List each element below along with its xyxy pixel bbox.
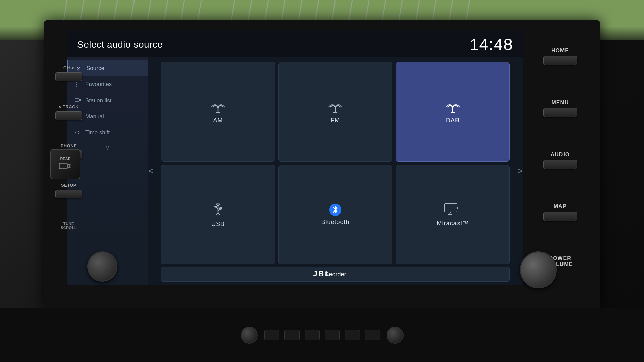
home-button-label: HOME [551, 48, 569, 54]
svg-line-49 [449, 212, 451, 215]
tune-scroll-label: TUNESCROLL [61, 222, 77, 230]
miracast-icon [444, 202, 462, 217]
source-tile-usb[interactable]: USB [161, 165, 275, 264]
svg-point-33 [217, 106, 219, 108]
menu-button-group: MENU [543, 100, 577, 117]
bottom-btn-5[interactable] [345, 330, 360, 340]
left-controls: CH > < TRACK PHONE SETUP TUNESCROLL [50, 54, 87, 241]
setup-button-label: SETUP [61, 183, 76, 188]
track-button-label: < TRACK [59, 104, 79, 109]
home-button-group: HOME [543, 48, 577, 65]
svg-rect-53 [59, 163, 67, 169]
bottom-btn-4[interactable] [325, 330, 340, 340]
ch-button-label: CH > [63, 65, 74, 70]
bluetooth-icon [329, 204, 341, 216]
source-tile-fm[interactable]: FM [278, 62, 392, 162]
svg-point-36 [335, 106, 336, 108]
unit-bezel: Select audio source 14:48 ⊙ Source ⋮⋮ Fa… [44, 20, 600, 308]
bottom-btn-6[interactable] [365, 330, 380, 340]
screen-title: Select audio source [77, 39, 163, 50]
menu-button[interactable] [543, 108, 577, 117]
track-button-group: < TRACK [55, 104, 82, 120]
source-grid: AM [153, 62, 518, 264]
dab-label: DAB [446, 117, 460, 124]
svg-rect-48 [445, 204, 457, 212]
clock-display: 14:48 [470, 35, 513, 54]
svg-line-47 [218, 213, 220, 215]
audio-button-label: AUDIO [551, 152, 570, 158]
usb-icon [211, 202, 225, 218]
svg-line-46 [216, 213, 218, 215]
am-label: AM [213, 117, 223, 124]
sidebar-manual-label: Manual [85, 113, 104, 120]
bluetooth-label: Bluetooth [321, 219, 350, 226]
track-back-button[interactable] [55, 111, 82, 120]
dab-radio-icon [444, 100, 461, 114]
header-bar: Select audio source 14:48 [67, 30, 523, 57]
bottom-knob-2[interactable] [387, 327, 404, 344]
source-tile-dab[interactable]: DAB [396, 62, 510, 162]
sidebar-source-label: Source [86, 65, 104, 72]
fm-radio-icon [327, 100, 344, 114]
usb-label: USB [211, 221, 225, 228]
rear-button-label: REAR [60, 157, 70, 161]
sidebar-favourites-label: Favourites [85, 81, 112, 88]
reorder-bar: Reorder [153, 267, 518, 282]
side-buttons-panel: HOME MENU AUDIO MAP POWERVOLUME [527, 30, 594, 285]
volume-knob[interactable] [520, 251, 557, 288]
bottom-btn-2[interactable] [284, 330, 300, 340]
source-tile-bluetooth[interactable]: Bluetooth [278, 165, 392, 264]
grid-nav-left[interactable]: < [148, 166, 154, 176]
ch-button-group: CH > [55, 65, 82, 81]
setup-button[interactable] [55, 190, 82, 198]
bottom-btn-1[interactable] [264, 330, 279, 340]
svg-rect-51 [458, 207, 461, 209]
map-button-group: MAP [543, 203, 577, 221]
map-button[interactable] [543, 212, 577, 221]
menu-button-label: MENU [551, 100, 569, 106]
audio-button-group: AUDIO [543, 152, 577, 169]
phone-button-label: PHONE [61, 143, 77, 148]
bottom-controls-strip [0, 308, 644, 362]
sidebar-time-shift-label: Time shift [85, 129, 110, 136]
jbl-brand: JBL [313, 269, 331, 278]
ch-forward-button[interactable] [55, 72, 82, 81]
grid-nav-right[interactable]: > [517, 166, 523, 176]
rear-button[interactable]: REAR [50, 149, 80, 179]
am-radio-icon [210, 100, 226, 114]
grid-area: < > [148, 57, 523, 285]
map-button-label: MAP [554, 203, 567, 209]
sidebar-station-list-label: Station list [85, 97, 111, 104]
bottom-btn-3[interactable] [305, 330, 320, 340]
bottom-knob-1[interactable] [241, 327, 258, 344]
reorder-button[interactable]: Reorder [161, 267, 510, 282]
svg-point-39 [452, 106, 454, 108]
tune-knob[interactable] [87, 251, 117, 282]
home-button[interactable] [543, 56, 577, 65]
fm-label: FM [331, 117, 340, 124]
tune-scroll-group: TUNESCROLL [61, 222, 77, 230]
setup-button-group: SETUP [55, 183, 82, 198]
screen: Select audio source 14:48 ⊙ Source ⋮⋮ Fa… [67, 30, 523, 285]
source-tile-am[interactable]: AM [161, 62, 275, 162]
content-area: ⊙ Source ⋮⋮ Favourites [67, 57, 523, 285]
miracast-label: Miracast™ [437, 220, 469, 227]
source-tile-miracast[interactable]: Miracast™ [396, 165, 510, 264]
bottom-button-row [264, 330, 380, 340]
svg-point-55 [69, 165, 70, 167]
audio-button[interactable] [543, 160, 577, 169]
background: Select audio source 14:48 ⊙ Source ⋮⋮ Fa… [0, 0, 644, 362]
